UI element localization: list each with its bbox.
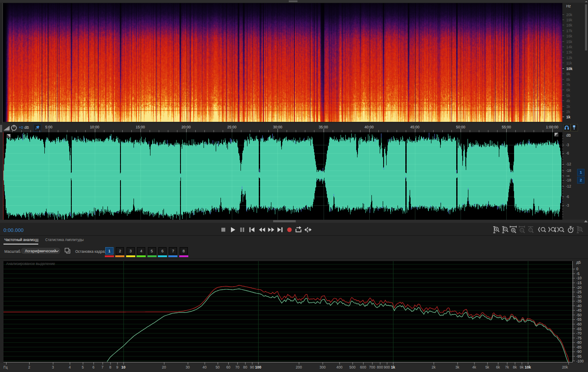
svg-text:-75: -75 — [576, 336, 582, 340]
svg-text:-45: -45 — [576, 308, 582, 312]
svg-text:800: 800 — [377, 365, 383, 369]
svg-text:70: 70 — [235, 365, 240, 369]
svg-text:3k: 3k — [455, 365, 460, 369]
svg-text:-10: -10 — [576, 276, 582, 280]
svg-text:4: 4 — [69, 365, 71, 369]
svg-text:-60: -60 — [576, 322, 582, 326]
svg-text:10k: 10k — [525, 365, 531, 369]
svg-text:-70: -70 — [576, 331, 582, 335]
svg-text:-85: -85 — [576, 345, 582, 349]
svg-text:300: 300 — [320, 365, 326, 369]
svg-text:8: 8 — [109, 365, 111, 369]
svg-text:900: 900 — [384, 365, 390, 369]
svg-text:2k: 2k — [432, 365, 436, 369]
svg-text:20: 20 — [162, 365, 166, 369]
svg-text:-80: -80 — [576, 340, 582, 345]
svg-text:-50: -50 — [576, 313, 582, 317]
svg-text:2: 2 — [28, 365, 30, 369]
svg-text:-15: -15 — [576, 281, 582, 285]
svg-text:дБ: дБ — [576, 260, 581, 265]
svg-text:-65: -65 — [576, 327, 582, 331]
svg-text:-20: -20 — [576, 285, 582, 290]
svg-text:Гц: Гц — [3, 365, 8, 369]
svg-text:7k: 7k — [505, 365, 509, 369]
svg-text:8k: 8k — [513, 365, 517, 369]
svg-text:-90: -90 — [576, 349, 582, 354]
svg-text:5k: 5k — [485, 365, 490, 369]
svg-text:50: 50 — [216, 365, 220, 369]
svg-text:6k: 6k — [496, 365, 500, 369]
svg-text:90: 90 — [250, 365, 254, 369]
svg-text:-30: -30 — [576, 295, 582, 299]
svg-text:40: 40 — [203, 365, 207, 369]
svg-text:7: 7 — [101, 365, 104, 369]
svg-text:4k: 4k — [472, 365, 477, 369]
svg-text:6: 6 — [93, 365, 95, 369]
svg-text:Анализированое выделение: Анализированое выделение — [6, 261, 55, 266]
svg-text:1k: 1k — [391, 365, 395, 369]
svg-text:0: 0 — [576, 267, 578, 271]
svg-text:10: 10 — [121, 365, 126, 369]
svg-text:700: 700 — [369, 365, 375, 369]
svg-text:-5: -5 — [576, 271, 580, 276]
svg-text:60: 60 — [226, 365, 231, 369]
svg-text:9: 9 — [116, 365, 118, 369]
svg-text:80: 80 — [243, 365, 247, 369]
svg-text:100: 100 — [255, 365, 261, 369]
svg-text:20k: 20k — [562, 365, 568, 369]
svg-text:600: 600 — [360, 365, 366, 369]
svg-text:500: 500 — [349, 365, 355, 369]
svg-text:-55: -55 — [576, 317, 582, 322]
svg-text:-25: -25 — [576, 290, 582, 294]
svg-text:-95: -95 — [576, 354, 582, 359]
svg-text:9k: 9k — [520, 365, 524, 369]
svg-text:200: 200 — [296, 365, 302, 369]
svg-text:5: 5 — [82, 365, 84, 369]
svg-text:30: 30 — [186, 365, 190, 369]
svg-text:-35: -35 — [576, 299, 582, 303]
svg-text:-40: -40 — [576, 304, 582, 308]
svg-text:400: 400 — [336, 365, 342, 369]
svg-text:3: 3 — [52, 365, 54, 369]
